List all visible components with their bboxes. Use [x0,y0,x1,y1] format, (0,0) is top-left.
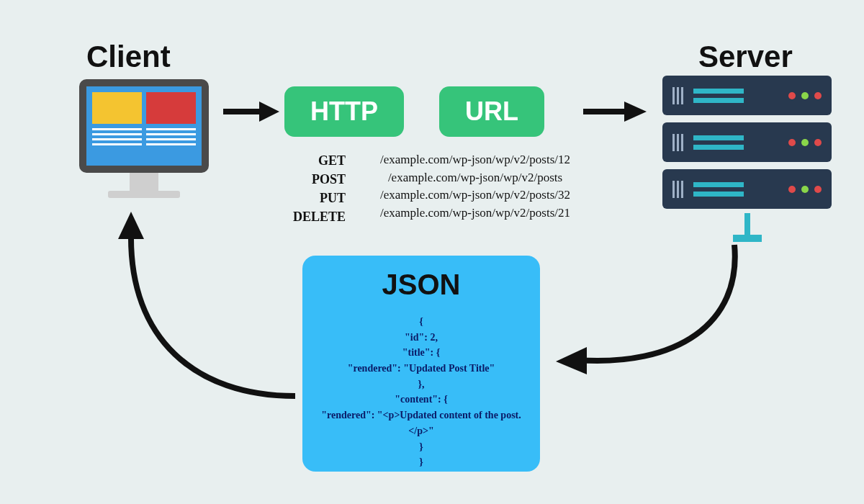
example-url: /example.com/wp-json/wp/v2/posts/12 [356,151,594,169]
json-line: "rendered": "Updated Post Title" [310,361,533,377]
svg-marker-5 [118,212,144,239]
svg-marker-3 [624,102,647,122]
json-response-box: JSON { "id": 2, "title": { "rendered": "… [302,256,540,472]
arrow-server-to-json-icon [547,238,763,396]
json-body: { "id": 2, "title": { "rendered": "Updat… [310,314,533,470]
svg-marker-4 [556,347,587,374]
example-url: /example.com/wp-json/wp/v2/posts [356,169,594,187]
svg-marker-1 [259,102,279,122]
http-pill: HTTP [284,86,404,137]
http-method: GET [259,151,346,170]
server-rack-icon [662,76,832,242]
http-method: POST [259,170,346,189]
json-line: } [310,454,533,470]
example-url: /example.com/wp-json/wp/v2/posts/21 [356,204,594,222]
json-line: } [310,439,533,455]
arrow-url-to-server-icon [583,97,648,126]
arrow-client-to-http-icon [223,97,281,126]
http-method: PUT [259,189,346,207]
client-label: Client [86,40,171,74]
example-url: /example.com/wp-json/wp/v2/posts/32 [356,186,594,204]
json-title: JSON [310,269,533,301]
diagram-canvas: Client Server HTTP URL [0,0,864,504]
json-line: "content": { [310,392,533,408]
arrow-json-to-client-icon [108,209,317,418]
example-urls-list: /example.com/wp-json/wp/v2/posts/12 /exa… [356,151,594,222]
server-label: Server [698,40,793,74]
client-computer-icon [79,79,209,198]
url-pill: URL [439,86,544,137]
json-line: }, [310,377,533,392]
json-line: "id": 2, [310,330,533,346]
json-line: { [310,314,533,330]
json-line: "title": { [310,345,533,361]
json-line: "rendered": "<p>Updated content of the p… [310,408,533,438]
